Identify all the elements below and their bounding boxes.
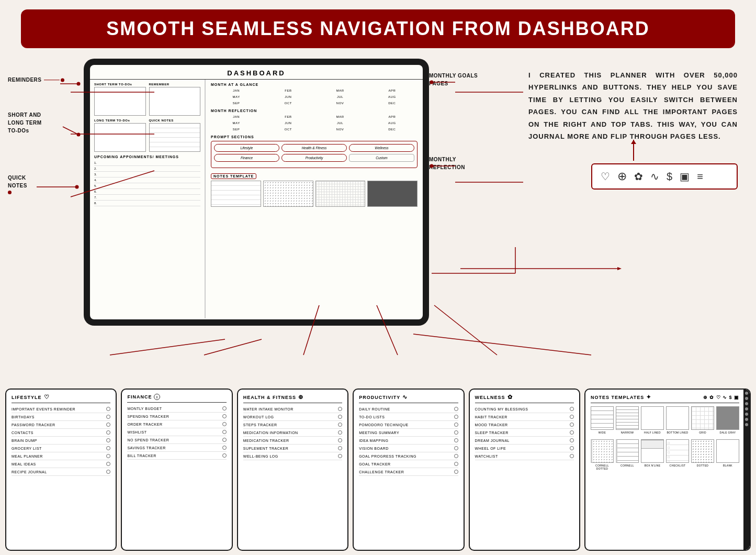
notes-narrow: NARROW	[616, 406, 639, 434]
lifestyle-item-9: RECIPE JOURNAL	[12, 468, 110, 476]
wellness-item-3: MOOD TRACKER	[475, 421, 574, 429]
month-reflection-title: MONTH REFLECTION	[211, 109, 418, 113]
description-area: I CREATED THIS PLANNER WITH OVER 50,000 …	[518, 53, 748, 389]
svg-point-0	[77, 82, 81, 86]
appt-item-2: 2.	[94, 166, 200, 172]
prod-item-1: DAILY ROUTINE	[359, 405, 458, 413]
prompt-wellness[interactable]: Wellness	[349, 144, 414, 152]
month-aug: AUG	[367, 94, 418, 99]
notes-dotted	[263, 181, 313, 207]
tab-chart-icon: ∿	[650, 170, 659, 183]
monthly-reflection-label: MONTHLY REFLECTION	[429, 156, 465, 171]
prompt-sections-title: PROMPT SECTIONS	[211, 135, 418, 139]
reminders-label: REMINDERS	[8, 77, 44, 83]
svg-point-2	[77, 133, 81, 137]
finance-item-2: SPENDING TRACKER	[127, 413, 226, 420]
prompt-custom[interactable]: Custom	[349, 154, 414, 162]
description-text: I CREATED THIS PLANNER WITH OVER 50,000 …	[528, 69, 738, 142]
notes-grid	[315, 181, 366, 207]
notes-blank: BLANK	[716, 439, 739, 470]
quick-notes-title: QUICK NOTES	[149, 119, 201, 122]
prompt-productivity[interactable]: Productivity	[281, 154, 347, 162]
wellness-item-7: WATCHLIST	[475, 452, 574, 460]
prod-item-6: VISION BOARD	[359, 445, 458, 452]
finance-item-6: SAVINGS TRACKER	[127, 444, 226, 452]
month-feb: FEB	[263, 88, 313, 93]
lifestyle-item-7: MEAL PLANNER	[12, 452, 110, 460]
prod-item-8: GOAL TRACKER	[359, 460, 458, 468]
dashboard-title: DASHBOARD	[90, 65, 423, 80]
lifestyle-item-5: BRAIN DUMP	[12, 437, 110, 445]
wellness-item-1: COUNTING MY BLESSINGS	[475, 405, 574, 413]
lifestyle-header: LIFESTYLE ♡	[12, 394, 110, 403]
prod-item-9: CHALLENGE TRACKER	[359, 468, 458, 476]
notes-cornell-dotted: CORNELL DOTTED	[591, 439, 614, 470]
short-long-label: SHORT AND LONG TERM TO-DOs	[8, 111, 42, 135]
month-dec: DEC	[367, 101, 418, 106]
lifestyle-panel: LIFESTYLE ♡ IMPORTANT EVENTS REMINDER BI…	[5, 389, 117, 551]
month-jul: JUL	[315, 94, 366, 99]
health-item-1: WATER INTAKE MONITOR	[243, 405, 342, 413]
appt-item-7: 7.	[94, 195, 200, 201]
wellness-item-4: SLEEP TRACKER	[475, 429, 574, 437]
notes-checklist: ☐☐☐☐☐ CHECKLIST	[666, 439, 689, 470]
appt-item-3: 3.	[94, 172, 200, 177]
notes-row2: CORNELL DOTTED CORNELL BOX N'LINE ☐☐☐☐☐	[591, 439, 739, 470]
finance-item-1: MONTLY BUDGET	[127, 405, 226, 413]
prompt-lifestyle[interactable]: Lifestyle	[214, 144, 279, 152]
health-header: HEALTH & FITNESS ⊕	[243, 394, 342, 403]
finance-panel: FINANCE i MONTLY BUDGET SPENDING TRACKER…	[121, 389, 232, 551]
notes-row1: WIDE NARROW HALF LINED BOTTOM LINED GRID	[591, 406, 739, 434]
dashboard-tablet: DASHBOARD SHORT TERM TO-DOs	[84, 59, 429, 326]
month-glance-title: MONTH AT A GLANCE	[211, 83, 418, 86]
finance-item-5: NO SPEND TRACKER	[127, 436, 226, 444]
notes-grid: GRID	[691, 406, 714, 434]
month-may: MAY	[211, 94, 262, 99]
appointments-title: UPCOMING APPOINMENTS/ MEETINGS	[94, 155, 200, 159]
lifestyle-item-2: BIRTHDAYS	[12, 413, 110, 421]
productivity-header: PRODUCTIVITY ∿	[359, 394, 458, 403]
wellness-item-6: WHEEL OF LIFE	[475, 445, 574, 452]
tab-dollar-icon: $	[667, 171, 672, 183]
prod-item-7: GOAL PROGRESS TRACKING	[359, 452, 458, 460]
wellness-header: WELLNESS ✿	[475, 394, 574, 403]
notes-sidebar	[743, 390, 750, 550]
lifestyle-item-8: MEAL IDEAS	[12, 460, 110, 468]
arrow-line-up	[633, 140, 634, 161]
finance-item-3: ORDER TRACKER	[127, 420, 226, 428]
notes-dotted: DOTTED	[691, 439, 714, 470]
lifestyle-item-3: PASSWORD TRACKER	[12, 421, 110, 429]
short-term-box	[94, 87, 146, 116]
notes-cornell: CORNELL	[616, 439, 639, 470]
connector-svg-left	[8, 53, 86, 389]
remember-box	[149, 87, 201, 116]
finance-header: FINANCE i	[127, 394, 226, 403]
month-nov: NOV	[315, 101, 366, 106]
prompt-finance[interactable]: Finance	[214, 154, 279, 162]
productivity-panel: PRODUCTIVITY ∿ DAILY ROUTINE TO-DO LISTS…	[353, 389, 464, 551]
month-jan: JAN	[211, 88, 262, 93]
notes-panel: NOTES TEMPLATES ✦ ⊕ ✿ ♡ ∿ $ ▣ WIDE NARRO…	[584, 389, 751, 551]
notes-dale-gray: DALE GRAY	[716, 406, 739, 434]
month-apr: APR	[367, 88, 418, 93]
month-jun: JUN	[263, 94, 313, 99]
remember-title: REMEMBER	[149, 83, 201, 86]
notes-box-n-line: BOX N'LINE	[641, 439, 664, 470]
header-title: SMOOTH SEAMLESS NAVIGATION FROM DASHBOAR…	[31, 18, 725, 40]
tab-icons-box: ♡ ⊕ ✿ ∿ $ ▣ ≡	[591, 163, 738, 190]
wellness-item-2: HABIT TRACKER	[475, 413, 574, 421]
short-term-title: SHORT TERM TO-DOs	[94, 83, 146, 86]
notes-template-title: NOTES TEMPLATE	[211, 173, 256, 179]
appt-item-4: 4.	[94, 177, 200, 183]
lifestyle-item-4: CONTACTS	[12, 429, 110, 437]
health-item-7: WELL-BEING LOG	[243, 452, 342, 460]
wellness-panel: WELLNESS ✿ COUNTING MY BLESSINGS HABIT T…	[469, 389, 580, 551]
appt-item-8: 8.	[94, 201, 200, 206]
wellness-item-5: DREAM JOURNAL	[475, 437, 574, 445]
notes-bottom-lined: BOTTOM LINED	[666, 406, 689, 434]
finance-item-7: BILL TRACKER	[127, 452, 226, 460]
appt-item-6: 6.	[94, 189, 200, 195]
prompt-health[interactable]: Health & Fitness	[281, 144, 347, 152]
tab-menu-icon: ≡	[697, 171, 703, 183]
month-sep: SEP	[211, 101, 262, 106]
